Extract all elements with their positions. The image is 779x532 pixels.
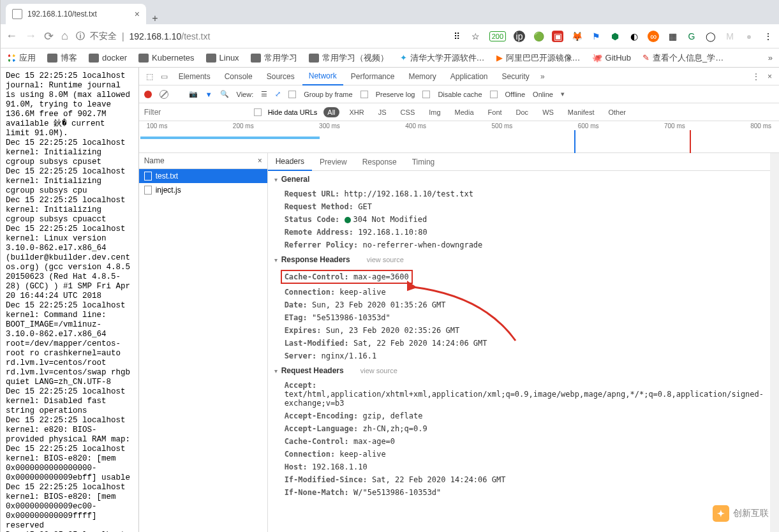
bookmark-item[interactable]: ✎查看个人信息_学… bbox=[642, 52, 723, 64]
home-button[interactable]: ⌂ bbox=[61, 29, 68, 43]
device-toggle-icon[interactable]: ▭ bbox=[158, 72, 171, 81]
tab-network[interactable]: Network bbox=[302, 68, 343, 85]
view-large-icon[interactable]: ☰ bbox=[261, 90, 267, 98]
ext-icon-6[interactable]: ◐ bbox=[628, 31, 640, 42]
filter-all[interactable]: All bbox=[323, 107, 339, 117]
header-row: Accept-Language: zh-CN,zh;q=0.9 bbox=[268, 422, 770, 435]
bookmark-item[interactable]: 常用学习（视频） bbox=[309, 52, 389, 64]
request-item[interactable]: test.txt bbox=[139, 169, 267, 183]
view-source-link[interactable]: view source bbox=[367, 256, 404, 263]
preserve-checkbox[interactable] bbox=[360, 91, 368, 98]
request-item[interactable]: inject.js bbox=[139, 183, 267, 197]
throttle-select[interactable]: Online bbox=[533, 91, 553, 98]
filter-ws[interactable]: WS bbox=[538, 107, 558, 117]
ext-icon-chrome[interactable]: 🟢 bbox=[533, 31, 544, 42]
view-waterfall-icon[interactable]: ⤢ bbox=[275, 90, 281, 98]
tab-application[interactable]: Application bbox=[444, 68, 494, 85]
filter-manifest[interactable]: Manifest bbox=[564, 107, 598, 117]
filter-font[interactable]: Font bbox=[484, 107, 506, 117]
filter-doc[interactable]: Doc bbox=[512, 107, 533, 117]
filter-img[interactable]: Img bbox=[425, 107, 444, 117]
inspect-icon[interactable]: ⬚ bbox=[143, 72, 156, 81]
ext-icon-adblock[interactable]: ▣ bbox=[552, 31, 563, 42]
request-header: Name × bbox=[139, 153, 267, 169]
disable-cache-checkbox[interactable] bbox=[422, 91, 430, 98]
general-section[interactable]: General bbox=[268, 171, 770, 188]
header-row: Accept-Encoding: gzip, deflate bbox=[268, 410, 770, 422]
folder-icon bbox=[206, 54, 216, 63]
hide-urls-checkbox[interactable] bbox=[254, 108, 262, 116]
bookmarks-bar: 应用 博客 docker Kubernetes Linux 常用学习 常用学习（… bbox=[0, 48, 779, 68]
ext-icon-grammarly[interactable]: G bbox=[686, 31, 697, 42]
close-icon[interactable]: × bbox=[135, 9, 140, 19]
header-row: Accept: text/html,application/xhtml+xml,… bbox=[268, 379, 770, 410]
ext-icon-10[interactable]: ◯ bbox=[705, 31, 716, 42]
chevron-down-icon[interactable]: ▾ bbox=[561, 90, 565, 98]
new-tab-button[interactable]: + bbox=[146, 13, 164, 24]
ext-icon-firefox[interactable]: 🦊 bbox=[571, 31, 582, 42]
browser-tab[interactable]: 192.168.1.10/test.txt × bbox=[6, 4, 146, 24]
ext-icon-7[interactable]: ∞ bbox=[648, 31, 659, 42]
header-row: Request URL: http://192.168.1.10/test.tx… bbox=[268, 188, 770, 200]
filter-icon[interactable]: ▼ bbox=[205, 91, 212, 98]
request-headers-section[interactable]: Request Headersview source bbox=[268, 362, 770, 379]
devtools-menu-icon[interactable]: ⋮ bbox=[749, 72, 763, 81]
tab-console[interactable]: Console bbox=[218, 68, 259, 85]
tab-security[interactable]: Security bbox=[496, 68, 536, 85]
timeline[interactable]: 100 ms 200 ms 300 ms 400 ms 500 ms 600 m… bbox=[139, 121, 779, 153]
close-detail-icon[interactable]: × bbox=[258, 156, 262, 165]
bookmark-item[interactable]: docker bbox=[89, 53, 127, 63]
star-icon[interactable]: ☆ bbox=[470, 31, 482, 42]
tab-elements[interactable]: Elements bbox=[172, 68, 217, 85]
file-icon bbox=[144, 186, 152, 195]
tab-headers[interactable]: Headers bbox=[268, 153, 312, 171]
apps-icon bbox=[7, 54, 16, 63]
back-button[interactable]: ← bbox=[6, 29, 17, 43]
bookmark-item[interactable]: ▶阿里巴巴开源镜像… bbox=[496, 52, 581, 64]
translate-icon[interactable]: ⠿ bbox=[451, 31, 463, 42]
group-checkbox[interactable] bbox=[288, 91, 296, 98]
record-button[interactable] bbox=[144, 91, 152, 98]
filter-css[interactable]: CSS bbox=[397, 107, 419, 117]
tab-overflow[interactable]: » bbox=[537, 72, 548, 81]
ext-icon-translate[interactable]: ⚑ bbox=[590, 31, 602, 42]
bookmark-item[interactable]: 常用学习 bbox=[251, 52, 297, 64]
view-source-link[interactable]: view source bbox=[360, 367, 397, 374]
menu-icon[interactable]: ⋮ bbox=[762, 31, 774, 42]
clear-button[interactable] bbox=[160, 90, 168, 99]
bookmark-item[interactable]: Linux bbox=[206, 53, 239, 63]
filter-other[interactable]: Other bbox=[604, 107, 630, 117]
filter-media[interactable]: Media bbox=[451, 107, 478, 117]
ext-icon-8[interactable]: ▦ bbox=[667, 31, 678, 42]
tab-performance[interactable]: Performance bbox=[345, 68, 401, 85]
tab-preview[interactable]: Preview bbox=[312, 154, 355, 170]
ext-icon-1[interactable]: ip bbox=[514, 31, 525, 42]
tab-response[interactable]: Response bbox=[355, 154, 404, 170]
bookmark-item[interactable]: ✦清华大学开源软件… bbox=[400, 52, 485, 64]
bookmark-item[interactable]: 🐙GitHub bbox=[592, 53, 631, 63]
response-headers-section[interactable]: Response Headersview source bbox=[268, 251, 770, 268]
camera-icon[interactable]: 📷 bbox=[189, 90, 198, 98]
scrollbar[interactable] bbox=[770, 153, 779, 532]
tab-timing[interactable]: Timing bbox=[404, 154, 443, 170]
bookmark-item[interactable]: Kubernetes bbox=[138, 53, 195, 63]
bookmark-item[interactable]: 博客 bbox=[47, 52, 77, 64]
tab-memory[interactable]: Memory bbox=[402, 68, 442, 85]
ext-icon-11[interactable]: M bbox=[724, 31, 736, 42]
devtools-close-icon[interactable]: × bbox=[764, 72, 775, 81]
url-bar[interactable]: ⓘ 不安全 | 192.168.1.10/test.txt bbox=[76, 31, 443, 42]
apps-button[interactable]: 应用 bbox=[7, 52, 36, 64]
reload-button[interactable]: ⟳ bbox=[44, 29, 54, 43]
offline-checkbox[interactable] bbox=[490, 91, 498, 98]
filter-input[interactable] bbox=[139, 104, 248, 121]
tab-sources[interactable]: Sources bbox=[260, 68, 301, 85]
user-avatar[interactable]: ● bbox=[743, 31, 755, 42]
filter-js[interactable]: JS bbox=[375, 107, 390, 117]
ext-icon-5[interactable]: ⬢ bbox=[609, 31, 621, 42]
filter-xhr[interactable]: XHR bbox=[346, 107, 368, 117]
bookmarks-overflow[interactable]: » bbox=[768, 53, 773, 63]
watermark-text: 创新互联 bbox=[733, 508, 769, 519]
header-row: Connection: keep-alive bbox=[268, 286, 770, 299]
forward-button[interactable]: → bbox=[25, 29, 36, 43]
search-icon[interactable]: 🔍 bbox=[220, 90, 229, 98]
